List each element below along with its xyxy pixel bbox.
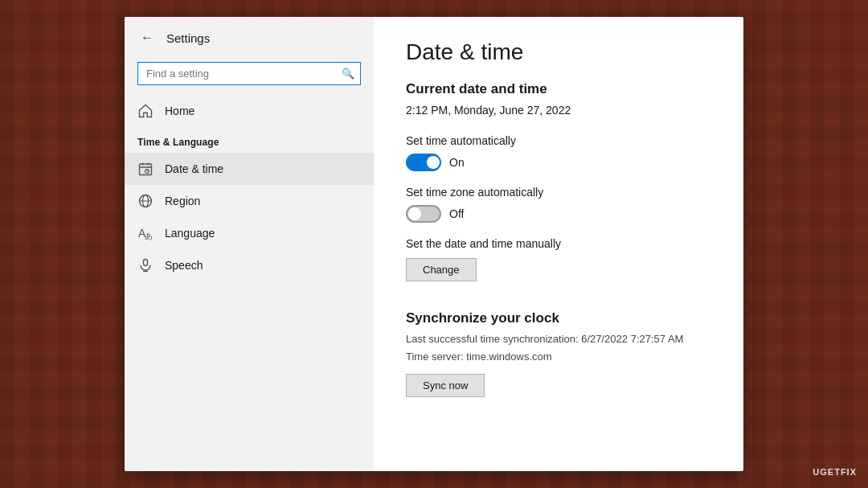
sync-now-button[interactable]: Sync now [406, 374, 485, 397]
search-box: 🔍 [137, 62, 361, 85]
settings-title: Settings [166, 31, 210, 45]
svg-text:あ: あ [145, 232, 153, 240]
sidebar-item-date-time[interactable]: Date & time [125, 153, 374, 185]
auto-timezone-setting: Set time zone automatically Off [406, 186, 711, 223]
svg-rect-12 [144, 260, 148, 266]
auto-time-toggle-row: On [406, 154, 711, 171]
auto-time-setting: Set time automatically On [406, 134, 711, 171]
sidebar-item-speech[interactable]: Speech [125, 249, 374, 281]
current-date-heading: Current date and time [406, 81, 711, 97]
auto-time-status: On [449, 156, 465, 169]
section-label: Time & Language [125, 130, 374, 153]
language-icon: A あ [137, 225, 154, 241]
sync-info-line1: Last successful time synchronization: 6/… [406, 331, 711, 347]
sync-heading: Synchronize your clock [406, 310, 711, 326]
home-icon [137, 103, 154, 119]
sidebar-item-home[interactable]: Home [125, 95, 374, 127]
auto-timezone-toggle[interactable] [406, 205, 441, 223]
change-button[interactable]: Change [406, 258, 477, 281]
sidebar: ← Settings 🔍 Home Time & Language [125, 17, 374, 471]
page-title: Date & time [406, 39, 711, 65]
sync-setting: Synchronize your clock Last successful t… [406, 310, 711, 397]
auto-time-toggle-knob [427, 156, 440, 169]
manual-label: Set the date and time manually [406, 237, 711, 250]
sync-info-line2: Time server: time.windows.com [406, 349, 711, 365]
date-time-label: Date & time [165, 162, 223, 175]
auto-timezone-label: Set time zone automatically [406, 186, 711, 199]
sidebar-item-region[interactable]: Region [125, 185, 374, 217]
content-panel: Date & time Current date and time 2:12 P… [374, 17, 743, 471]
manual-time-setting: Set the date and time manually Change [406, 237, 711, 296]
region-icon [137, 193, 154, 209]
back-button[interactable]: ← [137, 28, 157, 47]
date-time-icon [137, 161, 154, 177]
auto-time-toggle[interactable] [406, 154, 441, 171]
home-label: Home [165, 105, 194, 117]
sidebar-item-language[interactable]: A あ Language [125, 217, 374, 249]
auto-time-label: Set time automatically [406, 134, 711, 147]
search-input[interactable] [137, 62, 361, 85]
speech-label: Speech [165, 259, 203, 272]
watermark: UGETFIX [813, 467, 857, 477]
sidebar-header: ← Settings [125, 17, 374, 59]
speech-icon [137, 257, 154, 273]
auto-timezone-toggle-row: Off [406, 205, 711, 223]
language-label: Language [165, 227, 215, 240]
auto-timezone-toggle-knob [408, 207, 421, 220]
auto-timezone-status: Off [449, 207, 464, 220]
current-time-value: 2:12 PM, Monday, June 27, 2022 [406, 104, 711, 117]
region-label: Region [165, 195, 200, 207]
